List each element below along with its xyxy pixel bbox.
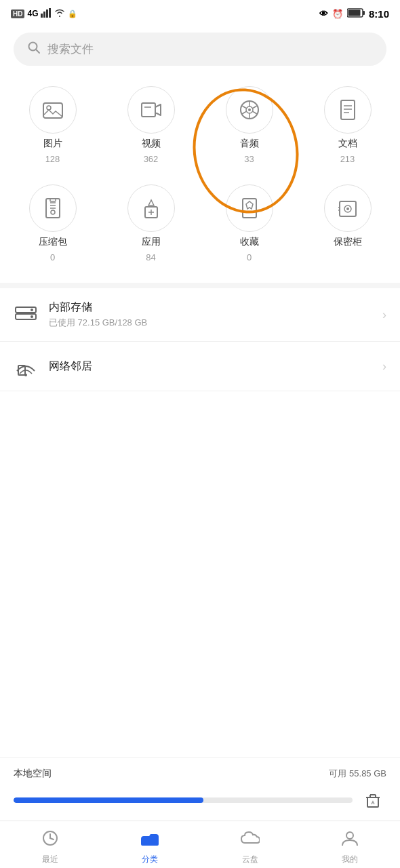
grid-item-doc[interactable]: 文档 213	[302, 79, 393, 171]
tab-recent[interactable]: 最近	[0, 824, 100, 865]
storage-progress-fill	[14, 797, 203, 803]
app-icon-circle	[127, 184, 175, 232]
svg-point-38	[346, 208, 349, 210]
search-placeholder: 搜索文件	[47, 41, 94, 57]
status-bar: HD 4G 🔒 👁 ⏰ 8:10	[0, 0, 400, 27]
storage-text: 内部存储 已使用 72.15 GB/128 GB	[49, 300, 372, 329]
tab-cloud[interactable]: 云盘	[200, 824, 300, 865]
network-icon	[14, 354, 38, 378]
svg-line-17	[253, 106, 257, 108]
status-left: HD 4G 🔒	[11, 8, 77, 20]
storage-subtitle: 已使用 72.15 GB/128 GB	[49, 317, 372, 329]
mine-icon	[341, 829, 359, 851]
vpn-icon: 🔒	[68, 9, 77, 18]
svg-rect-0	[41, 14, 43, 18]
svg-point-55	[346, 832, 353, 839]
svg-rect-2	[46, 9, 48, 18]
network-icon: 4G	[27, 9, 38, 18]
available-label: 可用 55.85 GB	[329, 768, 386, 780]
fav-label: 收藏	[240, 236, 259, 248]
photo-icon-circle	[29, 86, 77, 134]
svg-point-44	[31, 315, 33, 318]
battery-icon	[347, 8, 365, 20]
grid-item-app[interactable]: 应用 84	[105, 178, 197, 269]
clean-button[interactable]	[359, 787, 386, 814]
storage-progress-bg	[14, 797, 353, 803]
svg-point-31	[51, 210, 55, 214]
alarm-icon: ⏰	[332, 9, 343, 19]
doc-icon-circle	[324, 86, 372, 134]
svg-line-18	[253, 112, 257, 115]
fav-icon-circle	[226, 184, 273, 232]
grid-item-fav[interactable]: 收藏 0	[203, 178, 295, 269]
photo-count: 128	[45, 154, 60, 164]
svg-line-20	[242, 112, 246, 115]
section-divider	[0, 283, 400, 288]
zip-label: 压缩包	[39, 236, 67, 248]
app-label: 应用	[142, 236, 161, 248]
video-icon-circle	[127, 86, 175, 134]
tab-cloud-label: 云盘	[242, 854, 258, 865]
internal-storage-item[interactable]: 内部存储 已使用 72.15 GB/128 GB ›	[0, 288, 400, 342]
grid-item-zip[interactable]: 压缩包 0	[7, 178, 98, 269]
svg-rect-22	[341, 100, 355, 119]
svg-rect-5	[363, 11, 365, 15]
storage-title: 内部存储	[49, 300, 372, 315]
network-title: 网络邻居	[49, 359, 372, 374]
doc-count: 213	[340, 154, 355, 164]
video-label: 视频	[142, 138, 161, 150]
hd-badge: HD	[11, 9, 24, 18]
svg-rect-9	[43, 103, 62, 118]
network-text: 网络邻居	[49, 359, 372, 374]
list-section: 内部存储 已使用 72.15 GB/128 GB › 网络邻居 ›	[0, 288, 400, 391]
cloud-icon	[241, 829, 260, 851]
zip-icon-circle	[29, 184, 77, 232]
safe-icon-circle	[324, 184, 372, 232]
local-space-label: 本地空间	[14, 768, 52, 780]
audio-icon-circle	[226, 86, 273, 134]
svg-line-54	[50, 838, 54, 840]
search-bar[interactable]: 搜索文件	[14, 33, 386, 66]
time-display: 8:10	[369, 8, 389, 20]
grid-item-video[interactable]: 视频 362	[105, 79, 197, 171]
tab-category[interactable]: 分类	[100, 824, 201, 865]
wifi-icon	[54, 9, 65, 19]
search-icon	[27, 41, 41, 58]
audio-label: 音频	[240, 138, 259, 150]
category-icon	[140, 829, 160, 851]
photo-label: 图片	[43, 138, 62, 150]
network-item[interactable]: 网络邻居 ›	[0, 342, 400, 391]
grid-item-photo[interactable]: 图片 128	[7, 79, 98, 171]
bottom-storage: 本地空间 可用 55.85 GB	[0, 757, 400, 821]
network-arrow: ›	[382, 359, 386, 374]
audio-count: 33	[244, 154, 254, 164]
doc-label: 文档	[338, 138, 357, 150]
svg-rect-27	[50, 199, 56, 201]
svg-line-8	[36, 50, 39, 53]
svg-point-43	[31, 309, 33, 311]
recent-icon	[41, 829, 59, 851]
svg-rect-6	[348, 9, 360, 16]
fav-count: 0	[247, 252, 252, 262]
tab-category-label: 分类	[142, 854, 158, 865]
safe-label: 保密柜	[334, 236, 362, 248]
status-right: 👁 ⏰ 8:10	[319, 8, 389, 20]
tab-bar: 最近 分类 云盘 我的	[0, 821, 400, 868]
storage-icon	[14, 302, 38, 327]
tab-recent-label: 最近	[42, 854, 58, 865]
video-count: 362	[144, 154, 159, 164]
zip-count: 0	[50, 252, 55, 262]
storage-arrow: ›	[382, 308, 386, 322]
eye-icon: 👁	[319, 9, 328, 19]
svg-point-46	[24, 374, 27, 376]
tab-mine[interactable]: 我的	[300, 824, 401, 865]
svg-rect-3	[49, 8, 51, 18]
grid-item-safe[interactable]: 保密柜	[302, 178, 393, 269]
signal-icon	[41, 8, 52, 20]
storage-header: 本地空间 可用 55.85 GB	[14, 768, 386, 780]
grid-item-audio[interactable]: 音频 33	[203, 79, 295, 171]
file-grid: 图片 128 视频 362	[0, 79, 400, 283]
app-count: 84	[146, 252, 155, 262]
svg-rect-11	[142, 103, 155, 117]
tab-mine-label: 我的	[342, 854, 358, 865]
